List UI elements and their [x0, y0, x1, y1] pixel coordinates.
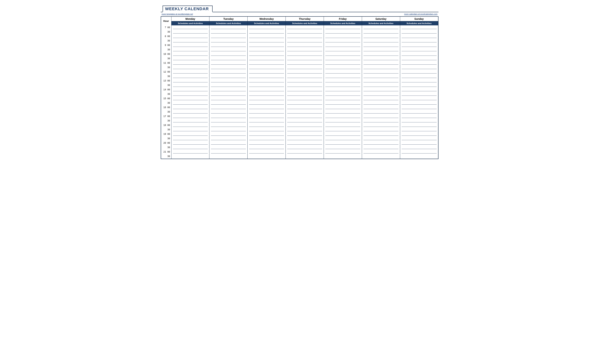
schedule-slot[interactable]	[287, 132, 323, 136]
schedule-slot[interactable]	[249, 92, 284, 97]
schedule-slot[interactable]	[173, 119, 208, 123]
schedule-slot[interactable]	[249, 119, 284, 123]
schedule-slot[interactable]	[211, 128, 246, 132]
schedule-slot[interactable]	[363, 30, 399, 34]
schedule-slot[interactable]	[401, 34, 437, 39]
schedule-slot[interactable]	[287, 79, 323, 83]
schedule-slot[interactable]	[249, 30, 284, 34]
schedule-slot[interactable]	[363, 110, 399, 114]
schedule-slot[interactable]	[211, 141, 246, 145]
schedule-slot[interactable]	[401, 74, 437, 79]
schedule-slot[interactable]	[211, 74, 246, 79]
schedule-slot[interactable]	[325, 74, 361, 79]
schedule-slot[interactable]	[249, 101, 284, 105]
schedule-slot[interactable]	[401, 105, 437, 110]
schedule-slot[interactable]	[325, 145, 361, 150]
schedule-slot[interactable]	[287, 48, 323, 52]
schedule-slot[interactable]	[249, 52, 284, 56]
schedule-slot[interactable]	[287, 83, 323, 88]
schedule-slot[interactable]	[401, 128, 437, 132]
schedule-slot[interactable]	[173, 52, 208, 56]
schedule-slot[interactable]	[363, 48, 399, 52]
schedule-slot[interactable]	[401, 114, 437, 119]
schedule-slot[interactable]	[173, 34, 208, 39]
schedule-slot[interactable]	[173, 74, 208, 79]
schedule-slot[interactable]	[211, 150, 246, 154]
schedule-slot[interactable]	[211, 145, 246, 150]
schedule-slot[interactable]	[287, 150, 323, 154]
schedule-slot[interactable]	[249, 123, 284, 128]
schedule-slot[interactable]	[401, 25, 437, 30]
templates-link[interactable]: more templates at exceltemplate.net	[162, 13, 193, 15]
schedule-slot[interactable]	[211, 110, 246, 114]
schedule-slot[interactable]	[325, 70, 361, 74]
schedule-slot[interactable]	[287, 110, 323, 114]
schedule-slot[interactable]	[173, 43, 208, 48]
schedule-slot[interactable]	[173, 154, 208, 159]
schedule-slot[interactable]	[325, 154, 361, 159]
schedule-slot[interactable]	[249, 74, 284, 79]
schedule-slot[interactable]	[325, 101, 361, 105]
schedule-slot[interactable]	[211, 132, 246, 136]
schedule-slot[interactable]	[325, 61, 361, 65]
schedule-slot[interactable]	[325, 141, 361, 145]
schedule-slot[interactable]	[287, 114, 323, 119]
schedule-slot[interactable]	[211, 154, 246, 159]
schedule-slot[interactable]	[211, 30, 246, 34]
schedule-slot[interactable]	[401, 70, 437, 74]
schedule-slot[interactable]	[211, 56, 246, 61]
schedule-slot[interactable]	[401, 136, 437, 141]
schedule-slot[interactable]	[211, 34, 246, 39]
schedule-slot[interactable]	[401, 88, 437, 92]
schedule-slot[interactable]	[173, 30, 208, 34]
schedule-slot[interactable]	[287, 101, 323, 105]
schedule-slot[interactable]	[363, 92, 399, 97]
schedule-slot[interactable]	[249, 105, 284, 110]
schedule-slot[interactable]	[363, 52, 399, 56]
schedule-slot[interactable]	[325, 52, 361, 56]
schedule-slot[interactable]	[363, 25, 399, 30]
schedule-slot[interactable]	[211, 25, 246, 30]
schedule-slot[interactable]	[287, 65, 323, 70]
schedule-slot[interactable]	[325, 92, 361, 97]
schedule-slot[interactable]	[249, 97, 284, 101]
schedule-slot[interactable]	[363, 145, 399, 150]
schedule-slot[interactable]	[287, 70, 323, 74]
schedule-slot[interactable]	[287, 52, 323, 56]
schedule-slot[interactable]	[325, 88, 361, 92]
schedule-slot[interactable]	[363, 88, 399, 92]
schedule-slot[interactable]	[401, 48, 437, 52]
schedule-slot[interactable]	[325, 132, 361, 136]
schedule-slot[interactable]	[249, 136, 284, 141]
schedule-slot[interactable]	[173, 39, 208, 43]
schedule-slot[interactable]	[287, 92, 323, 97]
schedule-slot[interactable]	[363, 154, 399, 159]
schedule-slot[interactable]	[173, 123, 208, 128]
schedule-slot[interactable]	[249, 132, 284, 136]
schedule-slot[interactable]	[249, 114, 284, 119]
schedule-slot[interactable]	[287, 105, 323, 110]
schedule-slot[interactable]	[287, 30, 323, 34]
calendars-link[interactable]: more calendars at excelcalendars.com	[404, 13, 438, 15]
schedule-slot[interactable]	[401, 101, 437, 105]
schedule-slot[interactable]	[325, 79, 361, 83]
schedule-slot[interactable]	[249, 56, 284, 61]
schedule-slot[interactable]	[211, 136, 246, 141]
schedule-slot[interactable]	[363, 141, 399, 145]
schedule-slot[interactable]	[325, 56, 361, 61]
schedule-slot[interactable]	[211, 88, 246, 92]
schedule-slot[interactable]	[173, 88, 208, 92]
schedule-slot[interactable]	[401, 150, 437, 154]
schedule-slot[interactable]	[401, 43, 437, 48]
schedule-slot[interactable]	[401, 123, 437, 128]
schedule-slot[interactable]	[173, 97, 208, 101]
schedule-slot[interactable]	[211, 61, 246, 65]
schedule-slot[interactable]	[211, 123, 246, 128]
schedule-slot[interactable]	[401, 65, 437, 70]
schedule-slot[interactable]	[211, 39, 246, 43]
schedule-slot[interactable]	[173, 79, 208, 83]
schedule-slot[interactable]	[249, 141, 284, 145]
schedule-slot[interactable]	[211, 105, 246, 110]
schedule-slot[interactable]	[363, 132, 399, 136]
schedule-slot[interactable]	[287, 34, 323, 39]
